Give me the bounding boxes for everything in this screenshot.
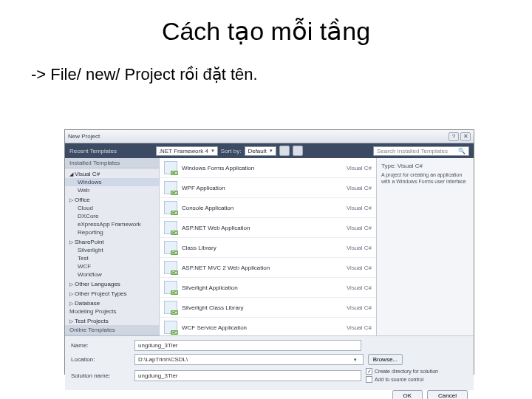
browse-button[interactable]: Browse... [368,354,403,365]
sidebar-item-windows[interactable]: Windows [65,178,159,186]
solution-name-label: Solution name: [71,372,130,379]
templates-list: Windows Forms ApplicationVisual C# WPF A… [160,158,376,335]
sort-select[interactable]: Default▼ [245,146,276,156]
sidebar-item[interactable]: Test [65,254,159,262]
sidebar-item[interactable]: ▷Database [65,298,159,307]
template-item[interactable]: WCF Service ApplicationVisual C# [160,318,376,335]
search-icon: 🔍 [458,148,466,154]
name-label: Name: [71,342,130,349]
template-icon [164,201,177,214]
sidebar-item[interactable]: Silverlight [65,246,159,254]
slide-instruction-text: -> File/ new/ Project rồi đặt tên. [0,46,532,92]
sidebar-header-online[interactable]: Online Templates [65,325,159,335]
dialog-bottom-panel: Name: ungdung_3Tier Location: D:\LapTrin… [65,335,474,390]
sidebar-item[interactable]: eXpressApp Framework [65,220,159,228]
sidebar-item[interactable]: WCF [65,262,159,270]
dialog-title: New Project [68,133,449,140]
slide-title: Cách tạo mỗi tầng [0,0,532,46]
template-icon [164,161,177,174]
new-project-dialog: New Project ? ✕ Recent Templates .NET Fr… [64,129,474,375]
sidebar-item[interactable]: ▷Test Projects [65,316,159,325]
type-label: Type: Visual C# [381,163,469,169]
name-input[interactable]: ungdung_3Tier [134,340,361,351]
chevron-down-icon: ▼ [211,149,215,153]
dialog-footer: OK Cancel [65,390,474,399]
template-item[interactable]: ASP.NET Web ApplicationVisual C# [160,218,376,238]
search-input[interactable]: Search Installed Templates 🔍 [373,146,469,156]
sort-by-label: Sort by: [221,148,242,154]
template-item[interactable]: Windows Forms ApplicationVisual C# [160,158,376,178]
template-icon [164,261,177,274]
chevron-down-icon: ▼ [351,358,360,362]
template-item[interactable]: WPF ApplicationVisual C# [160,178,376,198]
template-icon [164,221,177,234]
dialog-titlebar: New Project ? ✕ [65,130,474,143]
dialog-toolbar: Recent Templates .NET Framework 4▼ Sort … [65,143,474,158]
view-small-icon[interactable] [279,146,290,156]
template-icon [164,281,177,294]
template-item[interactable]: Silverlight Class LibraryVisual C# [160,298,376,318]
sidebar-item[interactable]: Cloud [65,204,159,212]
sidebar-item[interactable]: ▷Office [65,194,159,204]
sidebar-item[interactable]: ▷Other Languages [65,279,159,288]
sidebar-item[interactable]: Web [65,186,159,194]
source-control-checkbox[interactable]: Add to source control [366,376,468,383]
sidebar-item[interactable]: ▷SharePoint [65,236,159,246]
template-icon [164,241,177,254]
template-icon [164,181,177,194]
ok-button[interactable]: OK [392,390,423,399]
template-item[interactable]: Console ApplicationVisual C# [160,198,376,218]
sidebar-item[interactable]: DXCore [65,212,159,220]
template-item[interactable]: Class LibraryVisual C# [160,238,376,258]
framework-select[interactable]: .NET Framework 4▼ [156,146,218,156]
location-label: Location: [71,356,130,363]
templates-sidebar: Installed Templates ◢Visual C# Windows W… [65,158,160,335]
close-button[interactable]: ✕ [460,132,471,141]
template-description-panel: Type: Visual C# A project for creating a… [376,158,474,335]
chevron-down-icon: ▼ [269,149,273,153]
view-large-icon[interactable] [293,146,303,156]
solution-name-input[interactable]: ungdung_3Tier [134,370,361,381]
sidebar-header-installed: Installed Templates [65,158,159,168]
template-item[interactable]: ASP.NET MVC 2 Web ApplicationVisual C# [160,258,376,278]
sidebar-item[interactable]: Reporting [65,228,159,236]
template-icon [164,301,177,314]
cancel-button[interactable]: Cancel [427,390,468,399]
template-item[interactable]: Silverlight ApplicationVisual C# [160,278,376,298]
sidebar-item[interactable]: ▷Other Project Types [65,288,159,298]
sidebar-item[interactable]: Modeling Projects [65,307,159,316]
recent-templates-label: Recent Templates [69,148,117,154]
location-input[interactable]: D:\LapTrinh\CSDL\▼ [134,354,364,365]
description-text: A project for creating an application wi… [381,171,469,185]
create-directory-checkbox[interactable]: ✓Create directory for solution [366,368,468,375]
template-icon [164,321,177,334]
sidebar-group-visual-csharp[interactable]: ◢Visual C# [65,168,159,178]
sidebar-item[interactable]: Workflow [65,270,159,279]
help-button[interactable]: ? [449,132,459,141]
